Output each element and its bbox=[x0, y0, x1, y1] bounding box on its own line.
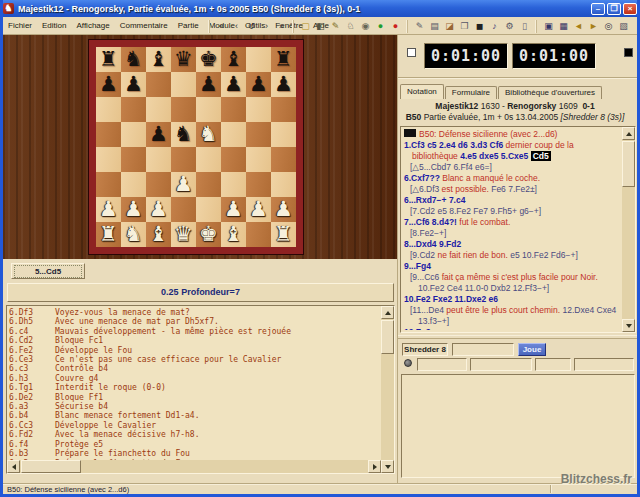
black-piece[interactable]: ♟ bbox=[96, 72, 121, 97]
analysis-row[interactable]: 6.Fd2Avec la menace décisive h7-h8. bbox=[9, 430, 380, 439]
scrollbar-thumb[interactable] bbox=[381, 320, 394, 354]
board-square[interactable] bbox=[221, 147, 246, 172]
white-piece[interactable]: ♝ bbox=[146, 222, 171, 247]
board-square[interactable]: ♜ bbox=[96, 47, 121, 72]
black-piece[interactable]: ♟ bbox=[221, 72, 246, 97]
black-side-indicator[interactable] bbox=[624, 48, 633, 57]
white-piece[interactable]: ♟ bbox=[246, 197, 271, 222]
black-piece[interactable]: ♝ bbox=[146, 47, 171, 72]
go-icon[interactable]: ● bbox=[374, 20, 387, 33]
white-piece[interactable]: ♝ bbox=[221, 222, 246, 247]
restore-button[interactable]: ❐ bbox=[607, 3, 621, 15]
board-square[interactable]: ♚ bbox=[196, 222, 221, 247]
white-piece[interactable]: ♞ bbox=[121, 222, 146, 247]
title-bar[interactable]: ♞ Majestik12 - Renogorsky, Partie évalué… bbox=[0, 0, 640, 17]
scrollbar-thumb[interactable] bbox=[21, 460, 81, 473]
move-list[interactable]: B50: Défense sicilienne (avec 2...d6)1.C… bbox=[404, 129, 620, 330]
board-square[interactable]: ♝ bbox=[221, 222, 246, 247]
board-square[interactable] bbox=[271, 122, 296, 147]
board-square[interactable] bbox=[196, 172, 221, 197]
play-move-button[interactable]: Joue bbox=[518, 343, 546, 356]
white-piece[interactable]: ♟ bbox=[271, 197, 296, 222]
white-piece[interactable]: ♟ bbox=[221, 197, 246, 222]
menu-fichier[interactable]: Fichier bbox=[3, 21, 37, 30]
analysis-row[interactable]: 6.Tg1Interdit le roque (0-0) bbox=[9, 383, 380, 392]
analysis-row[interactable]: 6.c3Contrôle b4 bbox=[9, 364, 380, 373]
black-piece[interactable]: ♜ bbox=[96, 47, 121, 72]
board-square[interactable]: ♟ bbox=[171, 172, 196, 197]
current-move[interactable]: Cd5 bbox=[531, 151, 551, 161]
board-square[interactable] bbox=[171, 147, 196, 172]
black-piece[interactable]: ♞ bbox=[171, 122, 196, 147]
black-piece[interactable]: ♟ bbox=[246, 72, 271, 97]
board-square[interactable] bbox=[96, 97, 121, 122]
new-game-icon[interactable]: ▢ bbox=[299, 20, 312, 33]
black-piece[interactable]: ♜ bbox=[271, 47, 296, 72]
board-square[interactable]: ♞ bbox=[171, 122, 196, 147]
next-game-icon[interactable]: ► bbox=[587, 20, 600, 33]
board-square[interactable]: ♝ bbox=[146, 47, 171, 72]
menu-affichage[interactable]: Affichage bbox=[71, 21, 114, 30]
board-square[interactable]: ♟ bbox=[221, 72, 246, 97]
tab-formulaire[interactable]: Formulaire bbox=[445, 86, 497, 99]
board-square[interactable] bbox=[221, 172, 246, 197]
board-square[interactable]: ♜ bbox=[271, 222, 296, 247]
analysis-row[interactable]: 6.b3Prépare le fianchetto du Fou bbox=[9, 449, 380, 458]
engine-window-icon[interactable]: ⚙ bbox=[503, 20, 516, 33]
menu-edition[interactable]: Edition bbox=[37, 21, 71, 30]
board-square[interactable] bbox=[121, 147, 146, 172]
black-piece[interactable]: ♝ bbox=[221, 47, 246, 72]
black-piece[interactable]: ♟ bbox=[196, 72, 221, 97]
board-square[interactable]: ♞ bbox=[121, 222, 146, 247]
database-icon[interactable]: ▧ bbox=[617, 20, 630, 33]
board-square[interactable]: ♟ bbox=[246, 72, 271, 97]
board-square[interactable] bbox=[246, 122, 271, 147]
board-square[interactable] bbox=[121, 122, 146, 147]
board-square[interactable] bbox=[221, 97, 246, 122]
white-piece[interactable]: ♜ bbox=[96, 222, 121, 247]
layout-window-icon[interactable]: ❐ bbox=[458, 20, 471, 33]
annotate-icon[interactable]: ✎ bbox=[413, 20, 426, 33]
menu-commentaire[interactable]: Commentaire bbox=[115, 21, 173, 30]
board-square[interactable]: ♝ bbox=[221, 47, 246, 72]
board-square[interactable]: ♟ bbox=[196, 72, 221, 97]
analysis-row[interactable]: 6.f4Protège e5 bbox=[9, 440, 380, 449]
enter-moves-icon[interactable]: ✎ bbox=[329, 20, 342, 33]
board-square[interactable] bbox=[146, 97, 171, 122]
black-piece[interactable]: ♚ bbox=[196, 47, 221, 72]
tab-notation[interactable]: Notation bbox=[400, 84, 444, 99]
board-square[interactable]: ♟ bbox=[146, 197, 171, 222]
previous-game-icon[interactable]: ◄ bbox=[572, 20, 585, 33]
white-side-indicator[interactable] bbox=[407, 48, 416, 57]
board-square[interactable] bbox=[196, 97, 221, 122]
black-piece[interactable]: ♟ bbox=[146, 122, 171, 147]
board-square[interactable]: ♜ bbox=[96, 222, 121, 247]
white-piece[interactable]: ♚ bbox=[196, 222, 221, 247]
panel-splitter[interactable] bbox=[398, 335, 638, 339]
white-piece[interactable]: ♟ bbox=[96, 197, 121, 222]
board-square[interactable] bbox=[196, 147, 221, 172]
scroll-down-icon[interactable] bbox=[622, 319, 635, 332]
board-square[interactable] bbox=[221, 122, 246, 147]
scroll-up-icon[interactable] bbox=[381, 306, 394, 319]
board-window-icon[interactable]: ◼ bbox=[473, 20, 486, 33]
board-square[interactable] bbox=[171, 97, 196, 122]
stop-icon[interactable]: ● bbox=[389, 20, 402, 33]
analysis-move-tab[interactable]: 5...Cd5 bbox=[11, 263, 85, 279]
previous-move-icon[interactable]: ‹ bbox=[230, 20, 243, 33]
clipboard-icon[interactable]: ▯ bbox=[518, 20, 531, 33]
board-square[interactable] bbox=[246, 47, 271, 72]
white-piece[interactable]: ♟ bbox=[121, 197, 146, 222]
board-square[interactable] bbox=[121, 97, 146, 122]
notation-window-icon[interactable]: ▤ bbox=[428, 20, 441, 33]
board-square[interactable] bbox=[96, 147, 121, 172]
white-piece[interactable]: ♟ bbox=[171, 172, 196, 197]
notation-scrollbar[interactable] bbox=[622, 127, 635, 332]
board-square[interactable] bbox=[271, 172, 296, 197]
analysis-row[interactable]: 6.b4Blanc menace fortement Dd1-a4. bbox=[9, 411, 380, 420]
board-square[interactable]: ♟ bbox=[121, 197, 146, 222]
board-square[interactable]: ♟ bbox=[96, 197, 121, 222]
board-square[interactable] bbox=[96, 122, 121, 147]
save-icon[interactable]: ▣ bbox=[542, 20, 555, 33]
analysis-vertical-scrollbar[interactable] bbox=[381, 306, 394, 473]
